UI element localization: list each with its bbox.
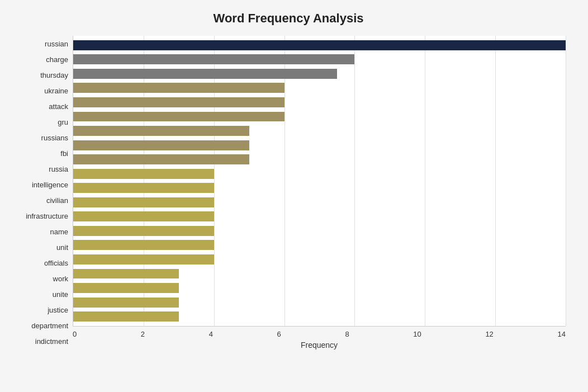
- y-label: attack: [49, 103, 68, 110]
- bar-row: [73, 309, 566, 324]
- bar-row: [73, 224, 566, 238]
- bar-row: [73, 95, 566, 110]
- y-label: officials: [44, 259, 68, 267]
- bar: [73, 169, 214, 179]
- y-label: russia: [49, 166, 68, 173]
- bar-row: [73, 110, 566, 124]
- bar: [73, 183, 214, 193]
- bar: [73, 311, 179, 322]
- bar: [73, 154, 249, 164]
- bar: [73, 97, 284, 107]
- x-tick: 8: [345, 330, 349, 338]
- y-label: thursday: [40, 72, 68, 79]
- bar-row: [73, 38, 566, 53]
- x-tick: 4: [209, 330, 213, 338]
- bar-row: [73, 181, 566, 195]
- y-label: civilian: [46, 197, 68, 204]
- bar-row: [73, 195, 566, 210]
- bar: [73, 40, 566, 50]
- bar-row: [73, 124, 566, 138]
- x-tick: 0: [73, 330, 77, 338]
- bar: [73, 297, 179, 308]
- bar: [73, 197, 214, 207]
- y-labels: russianchargethursdayukraineattackgrurus…: [11, 36, 73, 350]
- x-tick: 10: [413, 330, 421, 338]
- bar-row: [73, 81, 566, 96]
- bar: [73, 112, 284, 122]
- y-label: russian: [45, 40, 68, 48]
- bars-and-xaxis: 02468101214 Frequency: [73, 36, 566, 350]
- y-label: name: [50, 228, 68, 235]
- y-label: gru: [58, 119, 68, 126]
- bar-row: [73, 252, 566, 267]
- bar: [73, 69, 337, 79]
- bar: [73, 226, 214, 236]
- x-axis-label: Frequency: [73, 341, 566, 350]
- y-label: ukraine: [44, 87, 68, 95]
- chart-title: Word Frequency Analysis: [11, 11, 566, 26]
- y-label: work: [53, 275, 68, 282]
- x-tick: 14: [557, 330, 565, 338]
- bar: [73, 254, 214, 265]
- y-label: fbi: [60, 150, 68, 157]
- bars-wrapper: [73, 36, 566, 326]
- y-label: charge: [46, 56, 68, 63]
- bar: [73, 283, 179, 293]
- bar-row: [73, 210, 566, 224]
- y-label: russians: [41, 134, 68, 141]
- x-tick: 2: [141, 330, 145, 338]
- bar-row: [73, 238, 566, 253]
- x-axis: 02468101214: [73, 327, 566, 338]
- bar-row: [73, 167, 566, 181]
- bar-row: [73, 152, 566, 167]
- bar: [73, 269, 179, 279]
- y-label: indictment: [35, 338, 68, 345]
- y-label: justice: [48, 306, 68, 314]
- grid-line: [566, 36, 566, 326]
- bar: [73, 140, 249, 150]
- bar: [73, 240, 214, 250]
- bar-row: [73, 138, 566, 153]
- x-tick: 6: [277, 330, 281, 338]
- bar: [73, 126, 249, 136]
- y-label: unit: [56, 244, 68, 251]
- y-label: unite: [53, 291, 68, 298]
- y-label: department: [31, 322, 68, 329]
- x-tick: 12: [485, 330, 493, 338]
- bar-row: [73, 53, 566, 67]
- chart-area: russianchargethursdayukraineattackgrurus…: [11, 36, 566, 350]
- y-label: infrastructure: [26, 212, 68, 220]
- bar-row: [73, 281, 566, 295]
- y-label: intelligence: [32, 181, 68, 188]
- bar-row: [73, 67, 566, 81]
- bar: [73, 83, 284, 93]
- bars-section: [73, 36, 566, 327]
- bar: [73, 211, 214, 221]
- bar-row: [73, 267, 566, 281]
- chart-container: Word Frequency Analysis russianchargethu…: [0, 0, 588, 392]
- bar-row: [73, 295, 566, 310]
- bar: [73, 54, 354, 64]
